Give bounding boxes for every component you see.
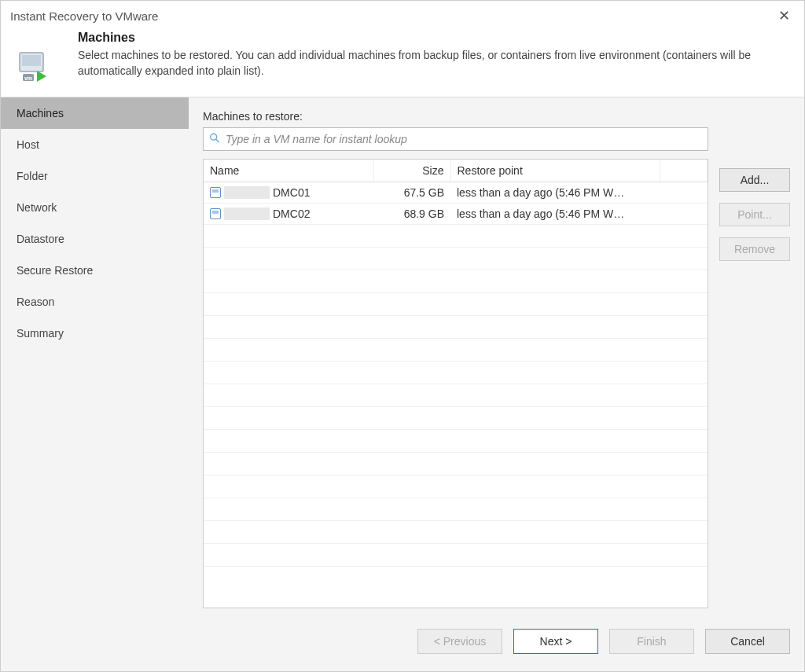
- close-icon[interactable]: ✕: [774, 7, 795, 24]
- col-header-spacer: [660, 160, 708, 182]
- wizard-steps-sidebar: Machines Host Folder Network Datastore S…: [1, 97, 189, 618]
- step-datastore[interactable]: Datastore: [1, 223, 189, 255]
- col-header-name[interactable]: Name: [204, 160, 373, 182]
- svg-line-6: [216, 139, 219, 142]
- table-header-row: Name Size Restore point: [204, 160, 708, 182]
- side-buttons: Add... Point... Remove: [719, 110, 790, 608]
- step-folder[interactable]: Folder: [1, 160, 189, 192]
- search-icon: [209, 133, 220, 146]
- step-summary[interactable]: Summary: [1, 318, 189, 349]
- next-button[interactable]: Next >: [513, 629, 598, 654]
- machine-name: DMC01: [273, 186, 310, 199]
- step-machines[interactable]: Machines: [1, 97, 189, 129]
- machine-restore-point: less than a day ago (5:46 PM W…: [450, 182, 660, 204]
- point-button[interactable]: Point...: [719, 203, 790, 226]
- svg-text:vm: vm: [24, 75, 32, 81]
- search-wrap: [203, 127, 708, 151]
- table-row[interactable]: DMC02 68.9 GB less than a day ago (5:46 …: [204, 204, 708, 225]
- header-description: Select machines to be restored. You can …: [78, 48, 785, 79]
- header-heading: Machines: [78, 31, 785, 45]
- step-secure-restore[interactable]: Secure Restore: [1, 255, 189, 286]
- wizard-body: Machines Host Folder Network Datastore S…: [1, 97, 804, 618]
- cancel-button[interactable]: Cancel: [705, 629, 790, 654]
- svg-marker-4: [37, 71, 46, 82]
- wizard-footer: < Previous Next > Finish Cancel: [1, 618, 804, 671]
- machine-size: 68.9 GB: [373, 204, 450, 225]
- redacted-text: [224, 207, 270, 220]
- machine-name: DMC02: [273, 207, 310, 220]
- step-reason[interactable]: Reason: [1, 286, 189, 318]
- col-header-size[interactable]: Size: [373, 160, 450, 182]
- titlebar: Instant Recovery to VMware ✕: [1, 1, 804, 28]
- finish-button[interactable]: Finish: [609, 629, 694, 654]
- step-host[interactable]: Host: [1, 129, 189, 160]
- add-button[interactable]: Add...: [719, 168, 790, 192]
- window-title: Instant Recovery to VMware: [10, 9, 158, 23]
- wizard-step-icon: vm: [12, 31, 67, 83]
- table-row[interactable]: DMC01 67.5 GB less than a day ago (5:46 …: [204, 182, 708, 204]
- machine-size: 67.5 GB: [373, 182, 450, 204]
- col-header-restore-point[interactable]: Restore point: [450, 160, 660, 182]
- machine-restore-point: less than a day ago (5:46 PM W…: [450, 204, 660, 225]
- previous-button[interactable]: < Previous: [417, 629, 502, 654]
- main-panel: Machines to restore:: [189, 97, 804, 618]
- vm-search-input[interactable]: [203, 127, 708, 151]
- vm-icon: [210, 208, 221, 219]
- redacted-text: [224, 186, 270, 199]
- machines-list-label: Machines to restore:: [203, 110, 708, 123]
- remove-button[interactable]: Remove: [719, 237, 790, 261]
- wizard-window: Instant Recovery to VMware ✕ vm Machines…: [0, 0, 805, 672]
- svg-rect-1: [22, 55, 41, 66]
- machines-table[interactable]: Name Size Restore point DMC01 67.5 GB le…: [203, 159, 708, 608]
- step-network[interactable]: Network: [1, 192, 189, 223]
- wizard-header: vm Machines Select machines to be restor…: [1, 28, 804, 97]
- vm-icon: [210, 187, 221, 198]
